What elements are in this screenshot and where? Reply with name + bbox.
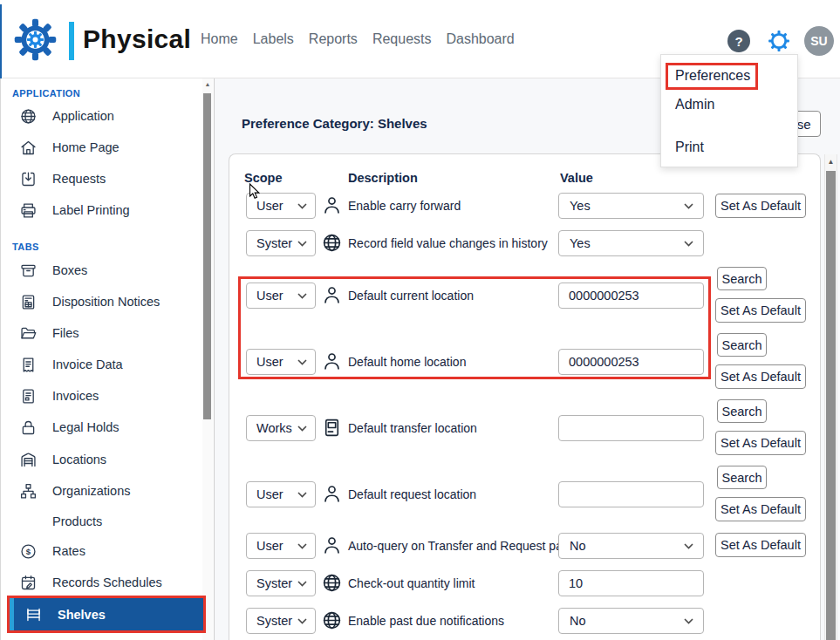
set-as-default-button[interactable]: Set As Default (715, 431, 806, 455)
preference-description: Auto-query on Transfer and Request pages (348, 539, 583, 553)
main-nav: Home Labels Reports Requests Dashboard (201, 0, 515, 78)
user-icon (321, 534, 343, 556)
search-button[interactable]: Search (717, 333, 767, 357)
scope-select[interactable]: User (246, 283, 316, 309)
scroll-up-icon[interactable]: ▲ (202, 81, 213, 87)
value-input[interactable] (558, 283, 704, 309)
set-as-default-button[interactable]: Set As Default (715, 497, 806, 521)
value-input[interactable] (558, 570, 704, 596)
chevron-down-icon (297, 618, 307, 624)
scroll-up-icon[interactable]: ▲ (825, 158, 837, 166)
sidebar-section-application: APPLICATION (12, 88, 80, 99)
nav-home[interactable]: Home (201, 31, 238, 47)
scope-select[interactable]: Syster (246, 608, 316, 634)
chevron-down-icon (297, 426, 307, 432)
sidebar-item-organizations[interactable]: Organizations (0, 475, 199, 507)
document-icon (19, 387, 38, 405)
user-avatar[interactable]: SU (804, 26, 834, 56)
chevron-down-icon (297, 492, 307, 498)
preference-description: Default request location (348, 487, 476, 501)
sidebar-item-files[interactable]: Files (0, 317, 199, 349)
scope-select[interactable]: User (246, 533, 316, 559)
nav-requests[interactable]: Requests (372, 31, 432, 47)
column-header-description: Description (348, 171, 418, 185)
blank-icon (19, 513, 38, 531)
preference-description: Default transfer location (348, 421, 477, 435)
home-icon (19, 139, 38, 157)
receipt-icon (19, 356, 38, 374)
preference-description: Record field value changes in history (348, 236, 548, 250)
sidebar-item-shelves[interactable]: Shelves (10, 598, 203, 630)
value-select[interactable]: Yes (558, 193, 704, 219)
content-scrollbar[interactable]: ▲ (824, 154, 837, 640)
menu-item-admin[interactable]: Admin (675, 97, 714, 112)
preferences-panel: Scope Description Value User Enable carr… (229, 153, 821, 640)
lock-icon (19, 419, 38, 437)
sidebar-item-requests[interactable]: Requests (0, 163, 199, 194)
value-select[interactable]: Yes (558, 230, 704, 256)
scope-select[interactable]: User (246, 481, 316, 507)
sidebar-item-disposition-notices[interactable]: Disposition Notices (0, 286, 199, 317)
scope-select[interactable]: Works (246, 415, 316, 441)
sidebar-item-label-printing[interactable]: Label Printing (0, 194, 199, 226)
set-as-default-button[interactable]: Set As Default (715, 298, 806, 323)
set-as-default-button[interactable]: Set As Default (715, 533, 806, 557)
sidebar-item-boxes[interactable]: Boxes (0, 255, 199, 286)
preference-row: Syster Record field value changes in his… (229, 230, 822, 256)
brand-divider (69, 22, 74, 60)
set-as-default-button[interactable]: Set As Default (715, 364, 806, 389)
sidebar-item-records-schedules[interactable]: Records Schedules (0, 567, 199, 598)
sidebar-item-rates[interactable]: $ Rates (0, 535, 199, 567)
app-window: Physical Home Labels Reports Requests Da… (0, 0, 840, 640)
preference-row: Syster Enable past due notifications No (229, 608, 822, 634)
value-input[interactable] (558, 415, 704, 441)
sidebar-item-legal-holds[interactable]: Legal Holds (0, 412, 199, 443)
nav-reports[interactable]: Reports (309, 31, 358, 47)
chevron-down-icon (297, 293, 307, 299)
scrollbar-thumb[interactable] (826, 171, 836, 640)
sidebar-item-products[interactable]: Products (0, 506, 199, 537)
chevron-down-icon (684, 618, 693, 624)
workstation-icon (321, 417, 343, 439)
scope-select[interactable]: Syster (246, 570, 316, 596)
highlight-box-preferences (666, 63, 758, 90)
app-logo-gear-icon[interactable] (12, 17, 58, 63)
menu-item-print[interactable]: Print (675, 140, 704, 155)
value-select[interactable]: No (558, 533, 704, 559)
chevron-down-icon (684, 241, 693, 247)
globe-icon (321, 572, 343, 594)
sidebar-item-home-page[interactable]: Home Page (0, 132, 199, 163)
help-icon[interactable]: ? (727, 30, 750, 52)
chevron-down-icon (297, 359, 307, 365)
set-as-default-button[interactable]: Set As Default (715, 194, 806, 218)
value-select[interactable]: No (558, 608, 704, 634)
search-button[interactable]: Search (717, 267, 767, 290)
chevron-down-icon (297, 581, 307, 587)
mouse-cursor (249, 183, 261, 201)
calendar-edit-icon (19, 574, 38, 592)
nav-labels[interactable]: Labels (253, 31, 294, 47)
value-input[interactable] (558, 481, 704, 507)
folder-icon (19, 324, 38, 343)
preference-row: Syster Check-out quantity limit (229, 570, 822, 596)
scrollbar-thumb[interactable] (203, 93, 211, 419)
nav-dashboard[interactable]: Dashboard (446, 31, 514, 47)
search-button[interactable]: Search (717, 466, 767, 489)
sidebar-item-invoice-data[interactable]: Invoice Data (0, 349, 199, 380)
chevron-down-icon (684, 543, 693, 549)
settings-gear-icon[interactable] (767, 29, 791, 53)
warehouse-icon (19, 451, 38, 469)
sidebar-item-invoices[interactable]: Invoices (0, 380, 199, 412)
sidebar-section-tabs: TABS (12, 242, 39, 252)
value-input[interactable] (558, 349, 704, 375)
sidebar-item-application[interactable]: Application (0, 100, 199, 132)
preference-description: Default home location (348, 355, 466, 369)
scope-select[interactable]: User (246, 349, 316, 375)
scope-select[interactable]: Syster (246, 230, 316, 256)
sidebar-scrollbar[interactable]: ▲ (202, 78, 213, 640)
box-icon (19, 262, 38, 280)
sidebar-item-locations[interactable]: Locations (0, 444, 199, 475)
page-title: Preference Category: Shelves (242, 116, 427, 131)
search-button[interactable]: Search (717, 399, 767, 423)
dollar-circle-icon: $ (19, 542, 38, 561)
